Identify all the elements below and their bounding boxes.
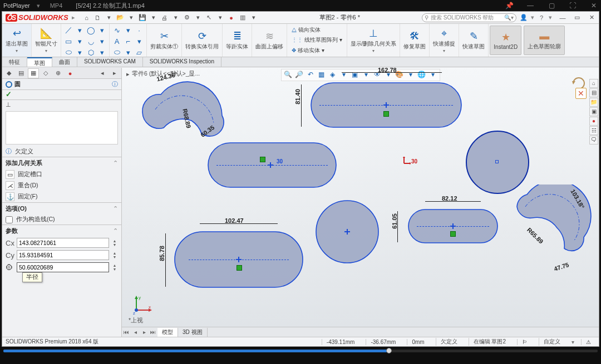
maximize-icon[interactable]: ▢ [548, 2, 555, 9]
fix-relation-icon[interactable]: ⚓ [6, 192, 14, 201]
poly-tool-icon[interactable]: ⬡ [86, 47, 96, 57]
fullscreen-icon[interactable]: ⛶ [569, 2, 577, 9]
panel-nav-right-icon[interactable]: ▸ [109, 68, 120, 78]
relation-marker[interactable] [260, 157, 265, 162]
slot-tool-icon[interactable]: ⬭ [63, 47, 73, 57]
app-close-icon[interactable]: ✕ [588, 14, 595, 21]
selection-box[interactable] [6, 111, 118, 144]
qat-new-icon[interactable]: 🗋 [94, 14, 102, 22]
qat-home-icon[interactable]: ⌂ [83, 14, 91, 22]
spinner[interactable]: ▲▼ [111, 239, 118, 247]
tab-features[interactable]: 特征 [2, 57, 27, 67]
help-icon[interactable]: ? [538, 14, 545, 21]
section-view-icon[interactable]: ▦ [317, 71, 326, 79]
trim-button[interactable]: ✂剪裁实体① [147, 24, 182, 57]
status-custom[interactable]: 自定义 [539, 338, 565, 346]
graphics-canvas[interactable]: ▸ 零件6 (默认<<默认>_显... 🔍 🔎 ↶ ▦ ◈▾ ▣▾ 👁▾ 🎨▾ … [122, 68, 599, 337]
seek-knob[interactable] [386, 348, 392, 353]
vtab-3dview[interactable]: 3D 视图 [178, 328, 208, 337]
dim-length-2[interactable]: 102.47 [225, 217, 244, 224]
fillet-tool-icon[interactable]: ⌐ [123, 36, 133, 46]
prev-view-icon[interactable]: ↶ [306, 71, 315, 79]
taskpane-prop-icon[interactable]: ☷ [589, 126, 598, 135]
plane-tool-icon[interactable]: ▱ [134, 47, 144, 57]
minimize-icon[interactable]: — [526, 2, 534, 9]
user-icon[interactable]: 👤 [520, 14, 528, 21]
relations-button[interactable]: ⊥显示/删除几何关系▾ [347, 24, 401, 57]
vtab-first-icon[interactable]: ⏮ [122, 329, 131, 335]
panel-nav-left-icon[interactable]: ◂ [97, 68, 108, 78]
coincident-relation-icon[interactable]: ⋌ [6, 181, 14, 190]
taskpane-lib-icon[interactable]: ▤ [589, 88, 598, 97]
shade-contour-button[interactable]: ▬上色草图轮廓 [524, 26, 565, 55]
taskpane-appear-icon[interactable]: ● [589, 117, 598, 126]
property-tab-icon[interactable]: ▤ [16, 68, 27, 78]
pin-icon[interactable]: 📌 [505, 2, 513, 9]
status-flag-icon[interactable]: 🏳 [517, 339, 532, 345]
move-button[interactable]: ✥ 移动实体 ▾ [292, 47, 342, 54]
tab-surface[interactable]: 曲面 [52, 57, 77, 67]
relation-marker[interactable] [383, 111, 389, 117]
param-y-input[interactable] [17, 250, 109, 260]
tab-cam[interactable]: SOLIDWORKS CAM [77, 57, 143, 67]
taskpane-view-icon[interactable]: ▣ [589, 107, 598, 116]
player-seekbar[interactable] [0, 347, 601, 364]
panel-help-icon[interactable]: ⓘ [112, 80, 118, 88]
circle-tool-icon[interactable]: ◯ [86, 25, 96, 35]
vtab-next-icon[interactable]: ▸ [140, 329, 149, 335]
zoom-area-icon[interactable]: 🔎 [295, 71, 304, 79]
feature-tree-tab-icon[interactable]: ◆ [3, 68, 14, 78]
qat-save-icon[interactable]: 💾 [139, 14, 146, 22]
qat-options-icon[interactable]: ⚙ [183, 14, 191, 22]
close-icon[interactable]: ✕ [590, 2, 598, 9]
repair-button[interactable]: 🛠修复草图 [400, 24, 430, 57]
taskpane-forum-icon[interactable]: 🗨 [589, 136, 598, 144]
tab-inspection[interactable]: SOLIDWORKS Inspection [143, 57, 221, 67]
vtab-last-icon[interactable]: ⏭ [149, 329, 157, 335]
offset-button[interactable]: ≣等距实体 [223, 24, 252, 57]
construction-checkbox[interactable] [6, 216, 13, 223]
qat-panel-icon[interactable]: ▥ [239, 14, 247, 22]
vtab-model[interactable]: 模型 [157, 328, 178, 337]
orientation-icon[interactable]: ◈ [328, 71, 337, 79]
dimxpert-tab-icon[interactable]: ◇ [40, 68, 51, 78]
quicksketch-button[interactable]: ✎快速草图 [459, 24, 489, 57]
exit-sketch-button[interactable]: ↩退出草图▾ [2, 24, 32, 57]
text-tool-icon[interactable]: A [112, 36, 122, 46]
player-menu-chevron[interactable]: ▾ [37, 2, 40, 9]
perp-icon[interactable]: ⊥ [6, 101, 11, 108]
ok-button[interactable]: ✓ [6, 90, 12, 98]
vtab-prev-icon[interactable]: ◂ [131, 329, 140, 335]
qat-cursor-icon[interactable]: ↖ [205, 14, 213, 22]
shape-curved-slot-2[interactable] [506, 185, 595, 273]
convert-button[interactable]: ⟳转换实体引用 [182, 24, 223, 57]
help-search[interactable]: ⚲搜索 SOLIDWORKS 帮助🔍▾ [422, 13, 516, 22]
mirror-button[interactable]: ⧋ 镜向实体 [292, 26, 342, 34]
param-x-input[interactable] [17, 238, 109, 248]
param-r-input[interactable] [17, 262, 109, 272]
zoom-fit-icon[interactable]: 🔍 [284, 71, 293, 79]
qat-open-icon[interactable]: 📂 [116, 14, 124, 22]
relation-marker[interactable] [450, 231, 456, 237]
dim-height-1[interactable]: 81.40 [294, 89, 301, 104]
config-tab-icon[interactable]: ▦ [28, 68, 39, 78]
ellipse-tool-icon[interactable]: ⬭ [112, 47, 122, 57]
dim-num-1[interactable]: 30 [277, 158, 283, 164]
qat-rebuild-icon[interactable]: ● [228, 14, 235, 22]
arc-tool-icon[interactable]: ◡ [86, 36, 96, 46]
dim-height-3[interactable]: 61.05 [391, 213, 398, 229]
collapse-icon[interactable]: ⌃ [113, 159, 118, 167]
linear-pattern-button[interactable]: ⋮⋮ 线性草图阵列 ▾ [292, 36, 342, 44]
dim-height-2[interactable]: 85.78 [159, 246, 165, 261]
spline-tool-icon[interactable]: ∿ [112, 25, 122, 35]
qat-print-icon[interactable]: 🖨 [161, 14, 169, 22]
status-alert-icon[interactable]: ⚠ [581, 339, 595, 345]
line-tool-icon[interactable]: ／ [63, 25, 73, 35]
app-minimize-icon[interactable]: — [559, 14, 566, 21]
app-restore-icon[interactable]: ▭ [573, 14, 581, 21]
dim-length-3[interactable]: 82.12 [442, 195, 457, 202]
instant2d-button[interactable]: ★Instant2D [490, 26, 521, 55]
tab-sketch[interactable]: 草图 [27, 57, 52, 67]
dim-length-1[interactable]: 162.78 [378, 68, 397, 73]
confirm-corner-icon[interactable]: ✕ [575, 88, 587, 99]
